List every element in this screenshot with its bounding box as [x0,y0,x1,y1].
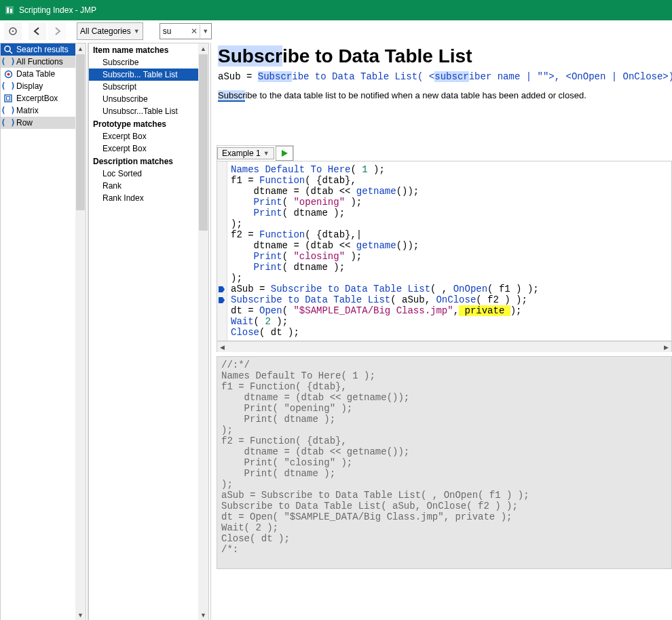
sidebar-item-search-results[interactable]: Search results [1,43,86,56]
sidebar-item-matrix[interactable]: ( )Matrix [1,104,86,117]
svg-point-8 [7,73,10,75]
list-item[interactable]: Subscribe [89,56,208,69]
svg-marker-11 [282,150,288,157]
svg-marker-13 [219,297,225,303]
example-toolbar: Example 1 ▼ [217,145,294,161]
sidebar-item-label: Search results [16,45,69,54]
page-title: Subscribe to Data Table List [218,45,672,67]
group-header: Item name matches [89,43,208,56]
home-button[interactable] [4,22,22,40]
list-item[interactable]: Excerpt Box [89,130,208,142]
sidebar-item-data-table[interactable]: Data Table [1,68,86,80]
titlebar: Scripting Index - JMP [0,0,672,20]
breakpoint-icon[interactable] [218,285,225,292]
run-script-button[interactable] [276,146,293,161]
toolbar: All Categories ▼ ✕ ▼ [0,20,672,43]
search-input[interactable] [160,26,189,36]
app-icon [4,5,15,16]
search-box[interactable]: ✕ ▼ [160,23,212,39]
code-editor[interactable]: Names Default To Here( 1 ); f1 = Functio… [217,161,672,341]
svg-rect-2 [10,9,12,13]
signature: aSub = Subscribe to Data Table List( <su… [218,71,672,82]
list-item[interactable]: Unsubscr...Table List [89,105,208,117]
scroll-up-icon[interactable]: ▲ [75,43,86,54]
scroll-down-icon[interactable]: ▼ [198,610,208,620]
detail-pane: Subscribe to Data Table List aSub = Subs… [211,43,672,620]
category-dropdown-label: All Categories [80,26,131,36]
sidebar-item-row[interactable]: ( )Row [1,117,86,129]
sidebar-item-all-functions[interactable]: ( )All Functions [1,56,86,68]
list-item[interactable]: Rank Index [89,192,208,204]
parens-icon: ( ) [3,81,13,91]
magnifier-icon [3,45,13,54]
list-item[interactable]: Rank [89,180,208,192]
parens-icon: ( ) [3,118,13,128]
list-item[interactable]: Subscript [89,81,208,93]
sidebar: Search results( )All FunctionsData Table… [0,43,88,620]
group-header: Description matches [89,155,208,168]
svg-rect-1 [7,7,9,13]
group-header: Prototype matches [89,117,208,130]
breakpoint-icon[interactable] [218,296,225,303]
clear-search-icon[interactable]: ✕ [189,24,200,38]
code-gutter[interactable] [217,161,227,341]
sidebar-item-label: Data Table [16,69,55,79]
svg-rect-10 [7,97,10,100]
scroll-right-icon[interactable]: ▶ [661,342,671,352]
back-button[interactable] [29,22,46,40]
sidebar-item-label: Matrix [16,106,39,115]
svg-point-5 [5,46,10,52]
chevron-down-icon: ▼ [263,150,269,157]
log-output: //:*/ Names Default To Here( 1 ); f1 = F… [217,356,672,569]
svg-rect-0 [5,6,14,14]
itemlist-scrollbar[interactable]: ▲ ▼ [198,43,208,620]
chevron-down-icon: ▼ [134,28,140,35]
window-title: Scripting Index - JMP [19,5,96,15]
scroll-up-icon[interactable]: ▲ [198,43,208,54]
sidebar-item-label: ExcerptBox [16,94,58,103]
target-icon [3,69,13,79]
forward-button[interactable] [48,22,66,40]
sidebar-item-label: Row [16,118,33,128]
svg-line-6 [10,51,12,54]
sidebar-item-excerptbox[interactable]: ExcerptBox [1,92,86,104]
sidebar-item-label: All Functions [16,57,63,66]
square-icon [3,94,13,103]
scroll-thumb[interactable] [76,54,85,210]
item-list: Item name matchesSubscribeSubscrib... Ta… [88,43,211,620]
list-item[interactable]: Excerpt Box [89,142,208,155]
scroll-down-icon[interactable]: ▼ [75,610,86,620]
example-dropdown[interactable]: Example 1 ▼ [217,147,274,159]
list-item[interactable]: Subscrib... Table List [89,69,208,81]
scroll-thumb[interactable] [199,54,208,231]
category-dropdown[interactable]: All Categories ▼ [77,22,143,40]
svg-rect-9 [5,95,12,102]
parens-icon: ( ) [3,57,13,66]
svg-point-3 [10,28,16,35]
scroll-left-icon[interactable]: ◀ [217,342,227,352]
list-item[interactable]: Unsubscribe [89,93,208,105]
search-dropdown-icon[interactable]: ▼ [200,24,211,38]
list-item[interactable]: Loc Sorted [89,168,208,180]
description: Subscribe to the data table list to be n… [218,90,672,102]
svg-marker-12 [219,286,225,292]
sidebar-scrollbar[interactable]: ▲ ▼ [75,43,86,620]
parens-icon: ( ) [3,106,13,115]
example-dropdown-label: Example 1 [222,149,261,158]
svg-rect-4 [12,31,14,32]
sidebar-item-display[interactable]: ( )Display [1,80,86,92]
code-hscrollbar[interactable]: ◀ ▶ [217,341,672,352]
sidebar-item-label: Display [16,81,43,91]
